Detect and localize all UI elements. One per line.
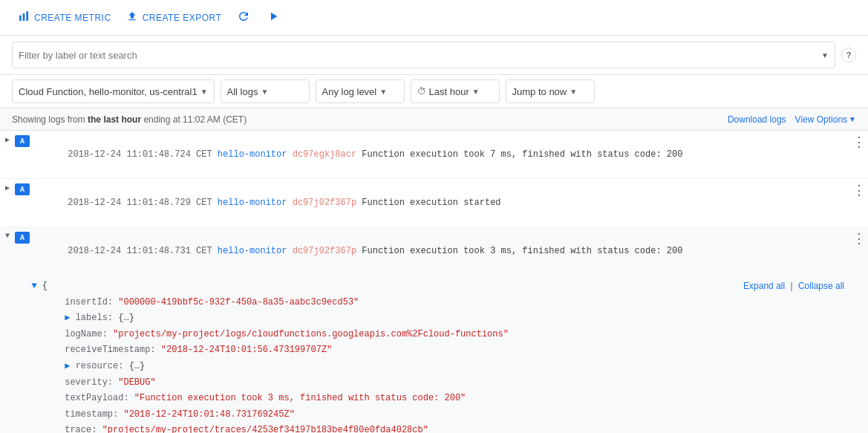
log-message: Function execution started [362, 198, 500, 208]
view-options-button[interactable]: View Options ▼ [795, 114, 856, 125]
dropdowns-row: Cloud Function, hello-monitor, us-centra… [0, 75, 868, 108]
svg-rect-1 [23, 13, 25, 21]
resource-dropdown[interactable]: Cloud Function, hello-monitor, us-centra… [12, 79, 215, 103]
status-actions: Download logs View Options ▼ [728, 114, 856, 125]
log-source: hello-monitor [218, 149, 293, 160]
log-container: ▶ A 2018-12-24 11:01:48.724 CET hello-mo… [0, 131, 868, 433]
detail-logName: logName: "projects/my-project/logs/cloud… [33, 327, 862, 343]
create-export-button[interactable]: CREATE EXPORT [120, 6, 228, 29]
logs-dropdown[interactable]: All logs ▼ [221, 79, 310, 103]
status-bar: Showing logs from the last hour ending a… [0, 108, 868, 131]
toolbar: CREATE METRIC CREATE EXPORT [0, 0, 868, 36]
detail-trace: trace: "projects/my-project/traces/4253e… [33, 423, 862, 433]
status-text: Showing logs from the last hour ending a… [12, 114, 247, 125]
log-trace: dc97egkj8acr [293, 149, 362, 160]
create-export-label: CREATE EXPORT [143, 13, 222, 23]
play-button[interactable] [260, 4, 287, 31]
upload-icon [126, 10, 138, 25]
detail-timestamp: timestamp: "2018-12-24T10:01:48.73176924… [33, 407, 862, 423]
log-timestamp: 2018-12-24 11:01:48.731 CET [68, 246, 218, 256]
jump-dropdown-label: Jump to now [512, 86, 567, 97]
row-menu-button[interactable]: ⋮ [850, 180, 868, 198]
detail-insertId: insertId: "000000-419bbf5c-932f-450a-8a3… [33, 295, 862, 311]
refresh-icon [237, 10, 250, 25]
view-options-label: View Options [795, 114, 847, 125]
detail-labels: ▶ labels: {…} [33, 310, 862, 327]
expand-all-button[interactable]: Expand all | Collapse all [743, 279, 844, 295]
separator: | [790, 281, 792, 291]
level-dropdown-label: Any log level [322, 86, 377, 97]
detail-textPayload: textPayload: "Function execution took 3 … [33, 391, 862, 407]
refresh-button[interactable] [230, 4, 257, 31]
resource-chevron-icon: ▼ [200, 88, 208, 96]
log-timestamp: 2018-12-24 11:01:48.724 CET [68, 149, 218, 160]
log-badge: A [15, 183, 30, 195]
create-metric-button[interactable]: CREATE METRIC [12, 6, 117, 29]
log-trace: dc97j02f367p [293, 246, 362, 256]
table-row[interactable]: ▶ A 2018-12-24 11:01:48.729 CET hello-mo… [0, 179, 868, 227]
view-options-chevron-icon: ▼ [849, 115, 856, 123]
row-toggle[interactable]: ▶ [0, 132, 15, 144]
filter-input[interactable] [19, 50, 821, 61]
row-toggle[interactable]: ▼ [0, 229, 15, 240]
row-toggle[interactable]: ▶ [0, 180, 15, 192]
svg-rect-2 [26, 11, 28, 21]
log-trace: dc97j02f367p [293, 198, 362, 208]
table-row[interactable]: ▶ A 2018-12-24 11:01:48.724 CET hello-mo… [0, 131, 868, 179]
logs-dropdown-label: All logs [227, 86, 258, 97]
log-badge: A [15, 135, 30, 147]
table-row[interactable]: ▼ A 2018-12-24 11:01:48.731 CET hello-mo… [0, 227, 868, 276]
jump-chevron-icon: ▼ [570, 88, 577, 96]
log-source: hello-monitor [218, 198, 293, 208]
status-bold: the last hour [88, 114, 141, 125]
log-message: Function execution took 3 ms, finished w… [362, 246, 682, 256]
detail-open-brace: ▼ { [21, 279, 862, 295]
jump-dropdown[interactable]: Jump to now ▼ [506, 79, 595, 103]
log-detail: Expand all | Collapse all ▼ { insertId: … [0, 276, 868, 433]
bar-chart-icon [18, 10, 30, 25]
clock-icon: ⏱ [417, 86, 426, 97]
log-message: Function execution took 7 ms, finished w… [362, 149, 682, 160]
row-menu-button[interactable]: ⋮ [850, 229, 868, 247]
download-logs-button[interactable]: Download logs [728, 114, 786, 125]
svg-rect-0 [19, 16, 22, 21]
collapse-all-button[interactable]: Collapse all [798, 281, 844, 291]
row-menu-button[interactable]: ⋮ [850, 132, 868, 150]
logs-chevron-icon: ▼ [261, 88, 268, 96]
time-dropdown[interactable]: ⏱ Last hour ▼ [411, 79, 500, 103]
resource-dropdown-label: Cloud Function, hello-monitor, us-centra… [19, 86, 198, 97]
detail-severity: severity: "DEBUG" [33, 375, 862, 391]
detail-resource: ▶ resource: {…} [33, 359, 862, 375]
detail-receiveTimestamp: receiveTimestamp: "2018-12-24T10:01:56.4… [33, 342, 862, 359]
log-badge: A [15, 232, 30, 244]
filter-bar: ▼ ? [0, 36, 868, 75]
play-icon [267, 10, 280, 25]
time-dropdown-label: Last hour [429, 86, 469, 97]
filter-chevron-icon: ▼ [821, 51, 829, 59]
log-source: hello-monitor [218, 246, 293, 256]
filter-help-button[interactable]: ? [841, 48, 856, 62]
time-chevron-icon: ▼ [472, 88, 480, 96]
log-timestamp: 2018-12-24 11:01:48.729 CET [68, 198, 218, 208]
log-content: 2018-12-24 11:01:48.729 CET hello-monito… [30, 180, 850, 225]
create-metric-label: CREATE METRIC [34, 13, 111, 23]
log-content: 2018-12-24 11:01:48.731 CET hello-monito… [30, 229, 850, 273]
status-suffix: ending at 11:02 AM (CET) [141, 114, 247, 125]
level-dropdown[interactable]: Any log level ▼ [316, 79, 405, 103]
log-content: 2018-12-24 11:01:48.724 CET hello-monito… [30, 132, 850, 177]
level-chevron-icon: ▼ [379, 88, 387, 96]
